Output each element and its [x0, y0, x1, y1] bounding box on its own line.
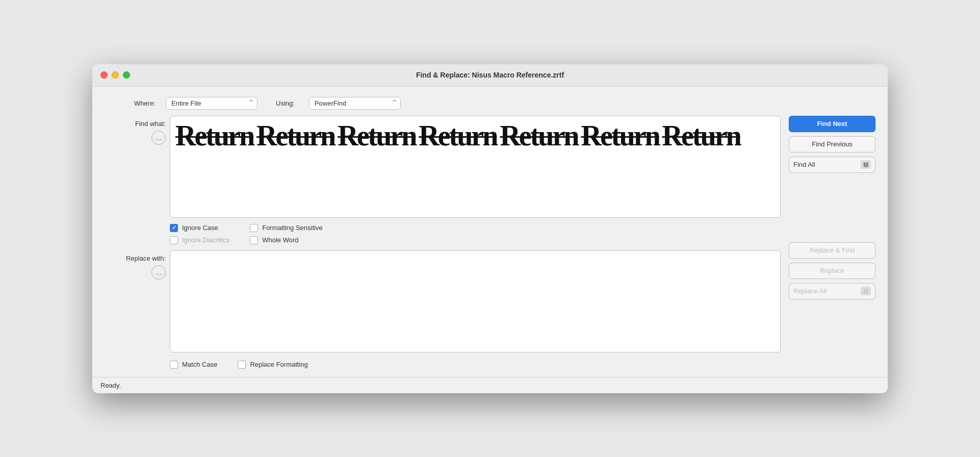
right-buttons: Find Next Find Previous Find All ▤ Repla…: [789, 116, 875, 299]
left-side: Find what: … Return Return: [105, 116, 781, 369]
whole-word-checkbox[interactable]: [250, 236, 258, 244]
using-select[interactable]: PowerFind Regular Expression Simple: [309, 97, 401, 110]
where-label: Where:: [105, 99, 156, 107]
status-bar: Ready.: [92, 377, 888, 393]
spacer: [789, 177, 875, 238]
replace-ellipsis-button[interactable]: …: [151, 265, 166, 280]
window-title: Find & Replace: Nisus Macro Reference.zr…: [416, 71, 564, 79]
return-glyph-4: Return Return: [419, 121, 497, 150]
find-next-button[interactable]: Find Next: [789, 116, 875, 132]
replace-all-button[interactable]: Replace All ▤: [789, 283, 875, 299]
find-content-area[interactable]: Return Return Return Return Return Retur…: [170, 116, 781, 218]
return-glyph-3: Return Return: [338, 121, 416, 150]
match-case-checkbox-item[interactable]: Match Case: [170, 361, 217, 369]
replace-all-icon: ▤: [861, 287, 871, 295]
find-label: Find what:: [135, 120, 166, 128]
find-previous-label: Find Previous: [812, 140, 852, 148]
maximize-button[interactable]: [123, 71, 130, 79]
return-glyph-6: Return Return: [581, 121, 659, 150]
checkbox-group-left: Ignore Case Ignore Diacritics: [170, 224, 229, 244]
replace-all-label: Replace All: [793, 287, 827, 295]
where-select[interactable]: Entire File Selection From Cursor: [166, 97, 257, 110]
replace-label: Replace with:: [126, 255, 166, 262]
replace-textarea-wrapper: [170, 250, 781, 354]
main-content: Where: Entire File Selection From Cursor…: [92, 87, 888, 377]
find-checkboxes-row: Ignore Case Ignore Diacritics Formatting…: [105, 224, 781, 244]
titlebar: Find & Replace: Nisus Macro Reference.zr…: [92, 64, 888, 87]
match-case-checkbox[interactable]: [170, 361, 178, 369]
find-next-label: Find Next: [817, 120, 847, 128]
top-controls-row: Where: Entire File Selection From Cursor…: [105, 97, 875, 110]
find-replace-window: Find & Replace: Nisus Macro Reference.zr…: [92, 64, 888, 393]
find-label-area: Find what: …: [105, 116, 166, 145]
whole-word-checkbox-item[interactable]: Whole Word: [250, 236, 323, 244]
replace-formatting-label: Replace Formatting: [250, 361, 307, 368]
bottom-checkboxes-row: Match Case Replace Formatting: [105, 361, 781, 369]
formatting-sensitive-checkbox[interactable]: [250, 224, 258, 232]
replace-ellipsis-icon: …: [155, 268, 162, 276]
replace-textarea[interactable]: [170, 250, 781, 352]
find-all-icon: ▤: [861, 160, 871, 169]
formatting-sensitive-label: Formatting Sensitive: [262, 224, 323, 232]
replace-label: Replace: [820, 267, 844, 274]
find-return-icons: Return Return Return Return Return Retur…: [175, 121, 740, 150]
traffic-lights: [100, 71, 130, 79]
replace-and-find-button[interactable]: Replace & Find: [789, 242, 875, 259]
close-button[interactable]: [100, 71, 108, 79]
where-select-wrapper: Entire File Selection From Cursor ⌃: [166, 97, 257, 110]
ignore-diacritics-checkbox: [170, 236, 178, 244]
formatting-sensitive-checkbox-item[interactable]: Formatting Sensitive: [250, 224, 323, 232]
find-ellipsis-icon: …: [155, 134, 162, 142]
ignore-case-checkbox[interactable]: [170, 224, 178, 232]
replace-formatting-checkbox[interactable]: [238, 361, 246, 369]
minimize-button[interactable]: [112, 71, 119, 79]
find-all-button[interactable]: Find All ▤: [789, 157, 875, 173]
replace-row: Replace with: …: [105, 250, 781, 354]
return-glyph-7: Return Return: [662, 121, 740, 150]
replace-and-find-label: Replace & Find: [810, 246, 855, 254]
ignore-case-checkbox-item[interactable]: Ignore Case: [170, 224, 229, 232]
using-select-wrapper: PowerFind Regular Expression Simple ⌃: [309, 97, 401, 110]
using-label: Using:: [276, 99, 295, 107]
ignore-diacritics-label: Ignore Diacritics: [182, 236, 229, 244]
replace-formatting-checkbox-item[interactable]: Replace Formatting: [238, 361, 307, 369]
whole-word-label: Whole Word: [262, 236, 298, 244]
find-row: Find what: … Return Return: [105, 116, 781, 218]
ignore-case-label: Ignore Case: [182, 224, 218, 232]
return-glyph-1: Return Return: [175, 121, 253, 150]
match-case-label: Match Case: [182, 361, 217, 368]
ignore-diacritics-checkbox-item: Ignore Diacritics: [170, 236, 229, 244]
find-all-label: Find All: [793, 161, 815, 168]
replace-label-area: Replace with: …: [105, 250, 166, 280]
main-area: Find what: … Return Return: [105, 116, 875, 369]
checkbox-group-right: Formatting Sensitive Whole Word: [250, 224, 323, 244]
return-glyph-5: Return Return: [500, 121, 578, 150]
find-ellipsis-button[interactable]: …: [151, 131, 166, 145]
find-previous-button[interactable]: Find Previous: [789, 136, 875, 153]
status-text: Ready.: [100, 382, 121, 389]
replace-button[interactable]: Replace: [789, 263, 875, 279]
return-glyph-2: Return Return: [256, 121, 334, 150]
